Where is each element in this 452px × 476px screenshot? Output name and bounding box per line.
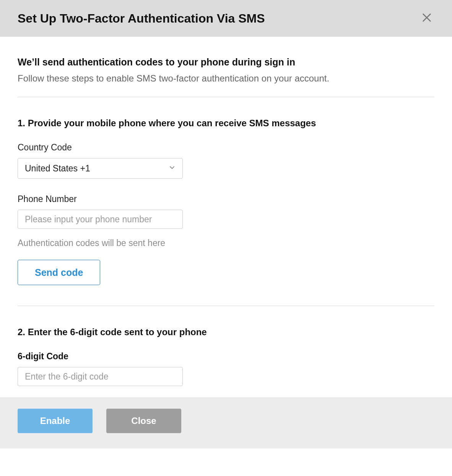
country-code-select[interactable]: United States +1	[18, 158, 183, 179]
send-code-button[interactable]: Send code	[18, 260, 100, 285]
step2-heading: 2. Enter the 6-digit code sent to your p…	[18, 327, 434, 337]
close-button[interactable]: Close	[106, 409, 181, 433]
close-icon	[421, 12, 432, 24]
divider	[18, 306, 434, 306]
country-code-label: Country Code	[18, 142, 434, 153]
close-icon-button[interactable]	[419, 11, 434, 26]
modal-title: Set Up Two-Factor Authentication Via SMS	[18, 11, 265, 26]
intro-heading: We’ll send authentication codes to your …	[18, 57, 434, 68]
modal-body: We’ll send authentication codes to your …	[0, 37, 452, 398]
country-code-select-wrap: United States +1	[18, 158, 183, 179]
phone-number-input[interactable]	[18, 210, 183, 229]
code-input[interactable]	[18, 367, 183, 386]
phone-helper-text: Authentication codes will be sent here	[18, 238, 434, 248]
step1-heading: 1. Provide your mobile phone where you c…	[18, 118, 434, 129]
two-factor-sms-modal: Set Up Two-Factor Authentication Via SMS…	[0, 0, 452, 448]
country-code-selected-value: United States +1	[25, 163, 90, 174]
code-label: 6-digit Code	[18, 351, 434, 362]
modal-footer: Enable Close	[0, 398, 452, 448]
intro-subtext: Follow these steps to enable SMS two-fac…	[18, 73, 434, 84]
modal-header: Set Up Two-Factor Authentication Via SMS	[0, 0, 452, 37]
divider	[18, 97, 434, 97]
phone-number-label: Phone Number	[18, 194, 434, 204]
enable-button[interactable]: Enable	[18, 409, 93, 433]
